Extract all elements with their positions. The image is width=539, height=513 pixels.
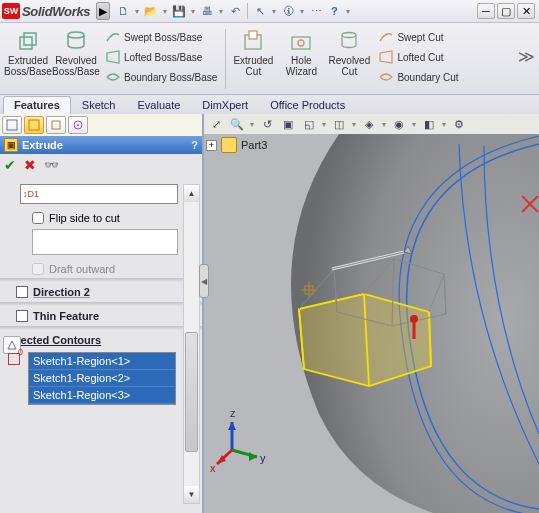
depth-field[interactable]: ↕D1 bbox=[20, 184, 178, 204]
options-icon[interactable]: ⋯ bbox=[308, 3, 324, 19]
direction2-checkbox[interactable] bbox=[16, 286, 28, 298]
ribbon-overflow-button[interactable]: ≫ bbox=[518, 47, 535, 66]
draft-input[interactable] bbox=[32, 229, 178, 255]
part-name[interactable]: Part3 bbox=[241, 139, 267, 151]
depth-icon: ↕D1 bbox=[24, 187, 38, 201]
property-manager-tab[interactable] bbox=[24, 116, 44, 134]
hide-show-icon[interactable]: ◈ bbox=[359, 115, 379, 133]
model-viewport[interactable]: z y x bbox=[204, 134, 539, 513]
lofted-cut-button[interactable]: Lofted Cut bbox=[375, 47, 461, 67]
dropdown-icon[interactable]: ▾ bbox=[161, 3, 169, 19]
flip-checkbox[interactable] bbox=[32, 212, 44, 224]
tab-dimxpert[interactable]: DimXpert bbox=[191, 96, 259, 114]
direction2-section[interactable]: Direction 2 ⌄ bbox=[0, 282, 202, 302]
save-icon[interactable]: 💾 bbox=[171, 3, 187, 19]
list-item[interactable]: Sketch1-Region<2> bbox=[29, 370, 175, 387]
revolved-cut-button[interactable]: Revolved Cut bbox=[325, 27, 373, 92]
revolved-boss-button[interactable]: Revolved Boss/Base bbox=[52, 27, 100, 92]
swept-cut-button[interactable]: Swept Cut bbox=[375, 27, 461, 47]
expand-tree-button[interactable]: + bbox=[206, 140, 217, 151]
dropdown-icon[interactable]: ▾ bbox=[380, 115, 388, 133]
section-view-icon[interactable]: ▣ bbox=[278, 115, 298, 133]
splitter-handle[interactable] bbox=[199, 264, 209, 298]
dropdown-icon[interactable]: ▾ bbox=[270, 3, 278, 19]
contour-list[interactable]: Sketch1-Region<1> Sketch1-Region<2> Sket… bbox=[28, 352, 176, 405]
tab-office-products[interactable]: Office Products bbox=[259, 96, 356, 114]
graphics-area-container: ⤢ 🔍 ▾ ↺ ▣ ◱ ▾ ◫ ▾ ◈ ▾ ◉ ▾ ◧ ▾ ⚙ + Part3 bbox=[204, 114, 539, 513]
workspace: ▣ Extrude ? ✔ ✖ 👓 ↕D1 Flip side to cut bbox=[0, 114, 539, 513]
cut-features-group: Swept Cut Lofted Cut Boundary Cut bbox=[373, 27, 463, 92]
lofted-icon bbox=[105, 49, 121, 65]
view-orientation-icon[interactable]: ◱ bbox=[299, 115, 319, 133]
select-icon[interactable]: ↖ bbox=[252, 3, 268, 19]
list-item[interactable]: Sketch1-Region<1> bbox=[29, 353, 175, 370]
zoom-fit-icon[interactable]: ⤢ bbox=[206, 115, 226, 133]
svg-rect-8 bbox=[7, 120, 17, 130]
hole-wizard-button[interactable]: Hole Wizard bbox=[277, 27, 325, 92]
feature-tree-tab[interactable] bbox=[2, 116, 22, 134]
detailed-preview-button[interactable]: 👓 bbox=[44, 158, 59, 172]
flyout-tree: + Part3 bbox=[206, 137, 267, 153]
rebuild-icon[interactable]: 🛈 bbox=[280, 3, 296, 19]
tab-sketch[interactable]: Sketch bbox=[71, 96, 127, 114]
print-icon[interactable]: 🖶 bbox=[199, 3, 215, 19]
flip-side-check[interactable]: Flip side to cut bbox=[0, 208, 202, 227]
close-button[interactable]: ✕ bbox=[517, 3, 535, 19]
undo-icon[interactable]: ↶ bbox=[227, 3, 243, 19]
svg-marker-33 bbox=[228, 422, 236, 430]
selected-contours-section[interactable]: Selected Contours ⌃ bbox=[0, 330, 202, 350]
dropdown-icon[interactable]: ▾ bbox=[440, 115, 448, 133]
main-menu-dropdown[interactable]: ▶ bbox=[96, 2, 110, 20]
accept-button[interactable]: ✔ bbox=[4, 157, 16, 173]
boundary-boss-button[interactable]: Boundary Boss/Base bbox=[102, 67, 220, 87]
restore-button[interactable]: ▢ bbox=[497, 3, 515, 19]
pm-help-button[interactable]: ? bbox=[191, 139, 198, 151]
svg-rect-9 bbox=[29, 120, 39, 130]
help-icon[interactable]: ? bbox=[326, 3, 342, 19]
tab-features[interactable]: Features bbox=[3, 96, 71, 114]
thin-label: Thin Feature bbox=[33, 310, 99, 322]
scroll-down-button[interactable]: ▼ bbox=[184, 486, 199, 503]
scroll-thumb[interactable] bbox=[185, 332, 198, 452]
revolved-cut-icon bbox=[337, 29, 361, 53]
dropdown-icon[interactable]: ▾ bbox=[350, 115, 358, 133]
boundary-cut-icon bbox=[378, 69, 394, 85]
dropdown-icon[interactable]: ▾ bbox=[298, 3, 306, 19]
dropdown-icon[interactable]: ▾ bbox=[189, 3, 197, 19]
zoom-area-icon[interactable]: 🔍 bbox=[227, 115, 247, 133]
scroll-track[interactable] bbox=[184, 202, 199, 486]
extruded-cut-button[interactable]: Extruded Cut bbox=[229, 27, 277, 92]
dropdown-icon[interactable]: ▾ bbox=[133, 3, 141, 19]
dimxpert-manager-tab[interactable] bbox=[68, 116, 88, 134]
scene-icon[interactable]: ◧ bbox=[419, 115, 439, 133]
extruded-boss-icon bbox=[16, 29, 40, 53]
display-style-icon[interactable]: ◫ bbox=[329, 115, 349, 133]
config-manager-tab[interactable] bbox=[46, 116, 66, 134]
list-item[interactable]: Sketch1-Region<3> bbox=[29, 387, 175, 404]
dropdown-icon[interactable]: ▾ bbox=[344, 3, 352, 19]
app-logo: SW bbox=[2, 3, 20, 19]
cancel-button[interactable]: ✖ bbox=[24, 157, 36, 173]
open-icon[interactable]: 📂 bbox=[143, 3, 159, 19]
boundary-cut-button[interactable]: Boundary Cut bbox=[375, 67, 461, 87]
new-icon[interactable]: 🗋 bbox=[115, 3, 131, 19]
dropdown-icon[interactable]: ▾ bbox=[410, 115, 418, 133]
scroll-up-button[interactable]: ▲ bbox=[184, 185, 199, 202]
scrollbar[interactable]: ▲ ▼ bbox=[183, 184, 200, 504]
dropdown-icon[interactable]: ▾ bbox=[320, 115, 328, 133]
graphics-area[interactable]: ⤢ 🔍 ▾ ↺ ▣ ◱ ▾ ◫ ▾ ◈ ▾ ◉ ▾ ◧ ▾ ⚙ + Part3 bbox=[204, 114, 539, 513]
previous-view-icon[interactable]: ↺ bbox=[257, 115, 277, 133]
tab-evaluate[interactable]: Evaluate bbox=[127, 96, 192, 114]
view-settings-icon[interactable]: ⚙ bbox=[449, 115, 469, 133]
thin-checkbox[interactable] bbox=[16, 310, 28, 322]
swept-boss-button[interactable]: Swept Boss/Base bbox=[102, 27, 220, 47]
ribbon-tabs: Features Sketch Evaluate DimXpert Office… bbox=[0, 95, 539, 114]
minimize-button[interactable]: ─ bbox=[477, 3, 495, 19]
thin-feature-section[interactable]: Thin Feature ⌄ bbox=[0, 306, 202, 326]
dropdown-icon[interactable]: ▾ bbox=[248, 115, 256, 133]
contour-icon: 0 bbox=[8, 353, 26, 367]
extruded-boss-button[interactable]: Extruded Boss/Base bbox=[4, 27, 52, 92]
lofted-boss-button[interactable]: Lofted Boss/Base bbox=[102, 47, 220, 67]
appearance-icon[interactable]: ◉ bbox=[389, 115, 409, 133]
dropdown-icon[interactable]: ▾ bbox=[217, 3, 225, 19]
